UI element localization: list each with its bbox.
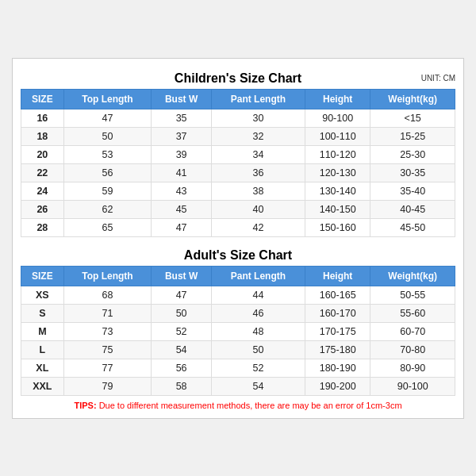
adults-table: SIZE Top Length Bust W Pant Length Heigh… (21, 266, 455, 396)
table-row: XS684744160-16550-55 (21, 286, 455, 304)
adults-col-weight: Weight(kg) (370, 266, 455, 286)
tips-label: TIPS: (74, 401, 96, 410)
adults-col-height: Height (305, 266, 370, 286)
table-row: 28654742150-16045-50 (21, 218, 455, 236)
table-row: 18503732100-11015-25 (21, 127, 455, 145)
children-col-size: SIZE (21, 89, 64, 109)
children-col-weight: Weight(kg) (370, 89, 455, 109)
children-col-top-length: Top Length (63, 89, 152, 109)
table-row: XL775652180-19080-90 (21, 359, 455, 377)
table-row: 1647353090-100<15 (21, 109, 455, 127)
table-row: M735248170-17560-70 (21, 322, 455, 340)
table-row: XXL795854190-20090-100 (21, 377, 455, 395)
adults-header-row: SIZE Top Length Bust W Pant Length Heigh… (21, 266, 455, 286)
children-col-bust-w: Bust W (152, 89, 212, 109)
children-title-row: Children's Size Chart UNIT: CM (21, 67, 455, 89)
unit-label: UNIT: CM (421, 74, 455, 83)
adults-title-row: Adult's Size Chart (21, 244, 455, 266)
children-col-pant-length: Pant Length (211, 89, 305, 109)
table-row: 20533934110-12025-30 (21, 145, 455, 163)
tips-row: TIPS: Due to different measurement metho… (21, 401, 455, 410)
children-table: SIZE Top Length Bust W Pant Length Heigh… (21, 89, 455, 237)
chart-container: Children's Size Chart UNIT: CM SIZE Top … (12, 58, 464, 419)
adults-col-pant-length: Pant Length (211, 266, 305, 286)
tips-text: Due to different measurement methods, th… (99, 401, 402, 410)
table-row: L755450175-18070-80 (21, 340, 455, 359)
adults-col-top-length: Top Length (63, 266, 152, 286)
adults-col-bust-w: Bust W (152, 266, 212, 286)
adults-col-size: SIZE (21, 266, 64, 286)
children-title: Children's Size Chart (175, 71, 301, 86)
table-row: 26624540140-15040-45 (21, 200, 455, 218)
table-row: S715046160-17055-60 (21, 304, 455, 322)
table-row: 24594338130-14035-40 (21, 182, 455, 200)
table-row: 22564136120-13030-35 (21, 163, 455, 182)
children-col-height: Height (305, 89, 370, 109)
children-header-row: SIZE Top Length Bust W Pant Length Heigh… (21, 89, 455, 109)
adults-title: Adult's Size Chart (184, 248, 292, 263)
